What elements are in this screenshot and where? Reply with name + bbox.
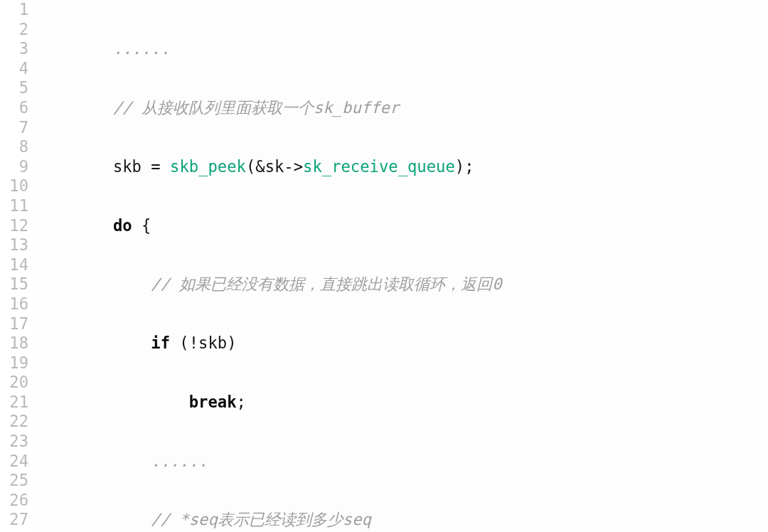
line-number: 20	[0, 373, 28, 393]
line-number: 11	[0, 196, 28, 216]
line-number: 15	[0, 275, 28, 294]
line-number: 4	[0, 59, 28, 79]
line-number: 9	[0, 157, 28, 177]
line-number: 16	[0, 294, 28, 314]
line-number: 2	[0, 20, 28, 40]
code-comment: // *seq表示已经读到多少seq	[151, 510, 371, 528]
line-number: 13	[0, 235, 28, 255]
line-number: 21	[0, 393, 28, 413]
line-number: 12	[0, 216, 28, 236]
code-editor: 1234567891011121314151617181920212223242…	[0, 0, 768, 532]
line-number: 8	[0, 137, 28, 157]
line-number: 6	[0, 98, 28, 118]
line-number: 26	[0, 491, 28, 511]
line-number: 17	[0, 314, 28, 334]
line-number: 27	[0, 510, 28, 530]
line-number: 10	[0, 176, 28, 196]
line-number: 7	[0, 118, 28, 138]
line-number: 18	[0, 334, 28, 353]
line-number: 25	[0, 471, 28, 491]
line-number: 5	[0, 78, 28, 98]
line-number: 23	[0, 432, 28, 452]
line-number: 24	[0, 452, 28, 472]
line-number: 14	[0, 255, 28, 275]
code-comment: // 从接收队列里面获取一个sk_buffer	[113, 98, 399, 117]
line-number: 1	[0, 0, 28, 20]
code-comment: // 如果已经没有数据，直接跳出读取循环，返回0	[151, 275, 501, 293]
code-area[interactable]: ...... // 从接收队列里面获取一个sk_buffer skb = skb…	[33, 0, 768, 532]
line-number-gutter: 1234567891011121314151617181920212223242…	[0, 0, 33, 532]
code-text: ......	[113, 39, 170, 58]
line-number: 22	[0, 412, 28, 432]
line-number: 3	[0, 39, 28, 59]
line-number: 19	[0, 353, 28, 373]
